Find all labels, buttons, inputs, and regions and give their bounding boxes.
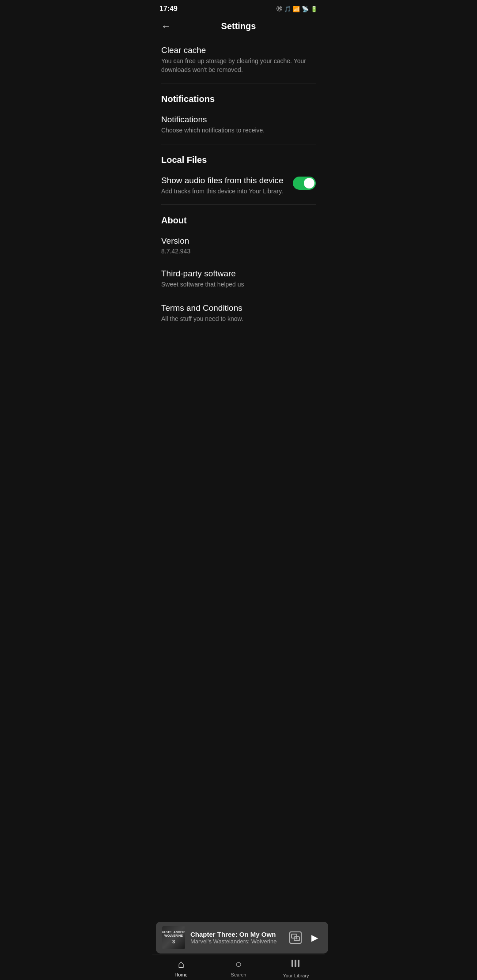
divider-1 (161, 83, 316, 83)
settings-header: ← Settings (152, 16, 325, 38)
local-files-description: Add tracks from this device into Your Li… (161, 187, 286, 196)
version-title: Version (161, 236, 316, 246)
local-files-title: Show audio files from this device (161, 176, 286, 185)
signal-icon: 📡 (302, 6, 309, 12)
toggle-thumb (304, 178, 314, 188)
local-files-toggle-row[interactable]: Show audio files from this device Add tr… (161, 169, 316, 203)
clear-cache-item[interactable]: Clear cache You can free up storage by c… (161, 38, 316, 81)
third-party-title: Third-party software (161, 269, 316, 279)
page-title: Settings (221, 21, 256, 31)
notifications-description: Choose which notifications to receive. (161, 126, 316, 135)
divider-2 (161, 144, 316, 144)
third-party-item[interactable]: Third-party software Sweet software that… (161, 262, 316, 296)
status-bar: 17:49 Ⓑ 🎵 📶 📡 🔋 (152, 0, 325, 16)
toggle-track (293, 177, 316, 190)
divider-3 (161, 204, 316, 205)
local-files-toggle[interactable] (293, 177, 316, 190)
status-time: 17:49 (159, 5, 178, 13)
terms-item[interactable]: Terms and Conditions All the stuff you n… (161, 296, 316, 331)
clear-cache-description: You can free up storage by clearing your… (161, 57, 316, 74)
status-icons: Ⓑ 🎵 📶 📡 🔋 (276, 5, 318, 13)
wifi-icon: 📶 (293, 6, 300, 12)
notifications-section-header: Notifications (161, 85, 316, 108)
local-files-section-header: Local Files (161, 146, 316, 169)
version-number: 8.7.42.943 (161, 248, 316, 255)
clear-cache-title: Clear cache (161, 45, 316, 55)
terms-description: All the stuff you need to know. (161, 315, 316, 324)
notifications-title: Notifications (161, 115, 316, 124)
version-item: Version 8.7.42.943 (161, 229, 316, 262)
settings-content: Clear cache You can free up storage by c… (152, 38, 325, 331)
spotify-icon: 🎵 (284, 6, 291, 12)
back-button[interactable]: ← (161, 21, 171, 32)
about-section-header: About (161, 207, 316, 229)
terms-title: Terms and Conditions (161, 303, 316, 313)
battery-icon: 🔋 (310, 6, 318, 12)
notifications-item[interactable]: Notifications Choose which notifications… (161, 108, 316, 142)
local-files-text: Show audio files from this device Add tr… (161, 176, 293, 196)
blockedbadge-icon: Ⓑ (276, 5, 282, 13)
third-party-description: Sweet software that helped us (161, 280, 316, 289)
